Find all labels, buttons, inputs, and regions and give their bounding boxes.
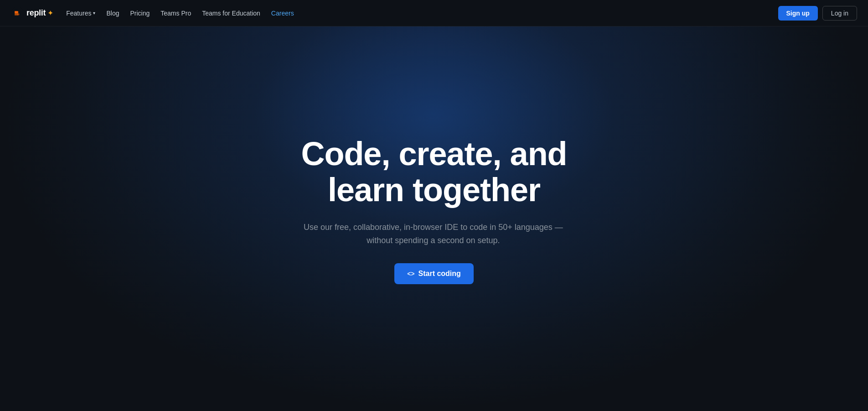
nav-item-teams-pro[interactable]: Teams Pro (160, 9, 191, 17)
hero-subtitle: Use our free, collaborative, in-browser … (301, 221, 565, 247)
logo-text: replit (26, 8, 46, 18)
hero-content: Code, create, and learn together Use our… (301, 136, 567, 285)
nav-item-careers[interactable]: Careers (271, 9, 294, 17)
hero-section: Code, create, and learn together Use our… (0, 0, 868, 411)
code-brackets-icon: <> (407, 270, 414, 277)
hero-title-line2: learn together (328, 172, 540, 208)
signup-button[interactable]: Sign up (778, 6, 818, 21)
logo-plus-icon: ✦ (47, 9, 53, 17)
nav-right: Sign up Log in (778, 6, 857, 21)
nav-links: Features ▾ Blog Pricing Teams Pro Teams … (66, 9, 294, 17)
nav-left: replit ✦ Features ▾ Blog Pricing Teams P… (11, 7, 294, 20)
hero-title-line1: Code, create, and (301, 135, 567, 172)
features-label: Features (66, 10, 91, 17)
chevron-down-icon: ▾ (93, 10, 95, 16)
start-coding-label: Start coding (418, 270, 461, 278)
login-button[interactable]: Log in (822, 6, 857, 21)
nav-item-blog[interactable]: Blog (106, 9, 119, 17)
replit-logo-icon (11, 7, 24, 20)
navbar: replit ✦ Features ▾ Blog Pricing Teams P… (0, 0, 868, 26)
nav-item-teams-education[interactable]: Teams for Education (202, 9, 260, 17)
logo[interactable]: replit ✦ (11, 7, 53, 20)
nav-item-features[interactable]: Features ▾ (66, 10, 95, 17)
nav-item-pricing[interactable]: Pricing (130, 9, 150, 17)
hero-title: Code, create, and learn together (301, 136, 567, 208)
start-coding-button[interactable]: <> Start coding (394, 263, 474, 284)
